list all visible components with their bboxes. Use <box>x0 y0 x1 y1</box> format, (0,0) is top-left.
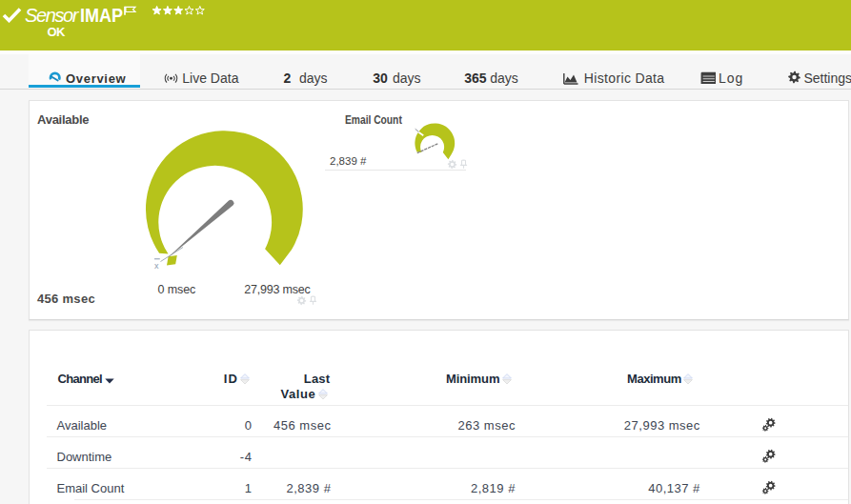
svg-text:x: x <box>154 261 159 271</box>
